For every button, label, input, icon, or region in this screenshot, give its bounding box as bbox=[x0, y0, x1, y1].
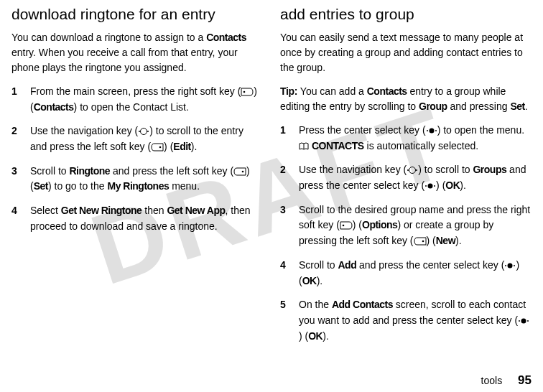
step-number: 5 bbox=[280, 297, 290, 344]
svg-point-6 bbox=[427, 130, 428, 131]
svg-point-14 bbox=[434, 185, 435, 187]
right-steps: 1Press the center select key () to open … bbox=[280, 123, 532, 344]
bold-text: Contacts bbox=[206, 32, 246, 43]
text: Use the navigation key ( bbox=[30, 125, 138, 136]
step-item: 1Press the center select key () to open … bbox=[280, 123, 532, 154]
bold-text: Groups bbox=[473, 164, 506, 175]
page-footer: tools 95 bbox=[481, 373, 532, 388]
navigation-key-icon bbox=[138, 125, 149, 136]
bold-text: Set bbox=[510, 101, 524, 112]
bold-text: Options bbox=[362, 219, 397, 230]
step-item: 4Scroll to Add and press the center sele… bbox=[280, 258, 532, 289]
step-item: 2Use the navigation key () to scroll to … bbox=[11, 123, 263, 154]
right-heading: add entries to group bbox=[280, 6, 532, 23]
step-item: 1From the main screen, press the right s… bbox=[11, 84, 263, 115]
text: menu. bbox=[169, 180, 200, 192]
svg-point-23 bbox=[521, 318, 526, 323]
text: then bbox=[141, 205, 167, 216]
center-select-key-icon bbox=[424, 179, 436, 191]
step-number: 2 bbox=[11, 123, 22, 154]
svg-point-13 bbox=[425, 185, 427, 187]
svg-point-3 bbox=[147, 131, 149, 132]
right-intro: You can easily send a text message to ma… bbox=[280, 30, 532, 75]
left-soft-key-icon bbox=[233, 165, 246, 177]
step-text: From the main screen, press the right so… bbox=[30, 84, 263, 115]
text: ) ( bbox=[164, 141, 173, 152]
center-select-key-icon bbox=[504, 259, 516, 271]
text: ). bbox=[322, 330, 329, 342]
text: ) ( bbox=[299, 330, 308, 342]
text: ) to open the menu. bbox=[437, 124, 524, 136]
bold-text: Contacts bbox=[367, 85, 407, 97]
navigation-key-icon bbox=[407, 164, 418, 175]
contacts-book-icon bbox=[299, 140, 309, 151]
text: ) ( bbox=[427, 235, 436, 246]
step-text: Use the navigation key () to scroll to G… bbox=[299, 162, 532, 193]
bold-text: Ringtone bbox=[69, 165, 110, 177]
svg-point-18 bbox=[505, 265, 506, 266]
svg-point-16 bbox=[342, 225, 344, 227]
text: . bbox=[525, 101, 528, 112]
left-steps: 1From the main screen, press the right s… bbox=[11, 84, 263, 235]
text: ) ( bbox=[353, 219, 362, 230]
step-item: 4Select Get New Ringtone then Get New Ap… bbox=[11, 203, 263, 234]
svg-point-5 bbox=[242, 170, 244, 172]
left-soft-key-icon bbox=[414, 235, 427, 246]
step-number: 3 bbox=[280, 202, 290, 249]
left-intro: You can download a ringtone to assign to… bbox=[11, 30, 263, 75]
bold-text: Group bbox=[419, 101, 447, 112]
left-soft-key-icon bbox=[151, 141, 164, 152]
text: From the main screen, press the right so… bbox=[30, 85, 241, 97]
right-tip: Tip: You can add a Contacts entry to a g… bbox=[280, 84, 532, 114]
right-soft-key-icon bbox=[340, 219, 353, 230]
bold-text: CONTACTS bbox=[312, 140, 364, 151]
step-text: Scroll to the desired group name and pre… bbox=[299, 202, 532, 249]
svg-point-8 bbox=[429, 129, 434, 134]
step-item: 2Use the navigation key () to scroll to … bbox=[280, 162, 532, 193]
svg-point-12 bbox=[416, 169, 417, 171]
bold-text: Add bbox=[338, 259, 356, 271]
step-number: 2 bbox=[280, 162, 290, 193]
svg-point-22 bbox=[527, 320, 529, 322]
text: Select bbox=[30, 205, 61, 216]
svg-point-11 bbox=[407, 169, 409, 171]
svg-point-17 bbox=[422, 241, 424, 243]
text: You can download a ringtone to assign to… bbox=[11, 32, 206, 43]
bold-text: My Ringtones bbox=[107, 180, 169, 192]
text: ). bbox=[317, 275, 323, 286]
step-item: 3Scroll to Ringtone and press the left s… bbox=[11, 164, 263, 195]
text: ). bbox=[191, 141, 198, 152]
bold-text: OK bbox=[445, 179, 460, 191]
svg-point-20 bbox=[508, 263, 513, 268]
text: Scroll to bbox=[299, 259, 338, 271]
bold-text: Set bbox=[34, 180, 48, 192]
step-text: On the Add Contacts screen, scroll to ea… bbox=[299, 297, 532, 344]
step-text: Use the navigation key () to scroll to t… bbox=[30, 123, 263, 154]
text: Press the center select key ( bbox=[299, 124, 426, 136]
step-item: 5On the Add Contacts screen, scroll to e… bbox=[280, 297, 532, 344]
bold-text: OK bbox=[308, 330, 322, 342]
footer-page-number: 95 bbox=[518, 373, 532, 387]
text: ). bbox=[460, 179, 466, 191]
bold-text: Get New Ringtone bbox=[61, 205, 142, 216]
text: Scroll to bbox=[30, 165, 69, 177]
text: ). bbox=[455, 235, 462, 246]
svg-point-15 bbox=[428, 184, 433, 189]
bold-text: OK bbox=[302, 275, 317, 286]
center-select-key-icon bbox=[426, 124, 437, 136]
svg-point-1 bbox=[141, 129, 147, 135]
svg-point-10 bbox=[409, 167, 416, 174]
text: On the bbox=[299, 299, 332, 310]
bold-text: Edit bbox=[173, 141, 190, 152]
text: and press the center select key ( bbox=[356, 259, 504, 271]
step-number: 1 bbox=[11, 84, 22, 115]
text: Use the navigation key ( bbox=[299, 164, 407, 175]
right-soft-key-icon bbox=[241, 85, 254, 97]
left-heading: download ringtone for an entry bbox=[11, 6, 263, 23]
center-select-key-icon bbox=[518, 314, 529, 326]
text: ) to go to the bbox=[48, 180, 108, 192]
bold-text: New bbox=[436, 235, 455, 246]
step-number: 4 bbox=[280, 258, 290, 289]
page-columns: download ringtone for an entry You can d… bbox=[0, 0, 543, 353]
bold-text: Add Contacts bbox=[332, 299, 393, 310]
